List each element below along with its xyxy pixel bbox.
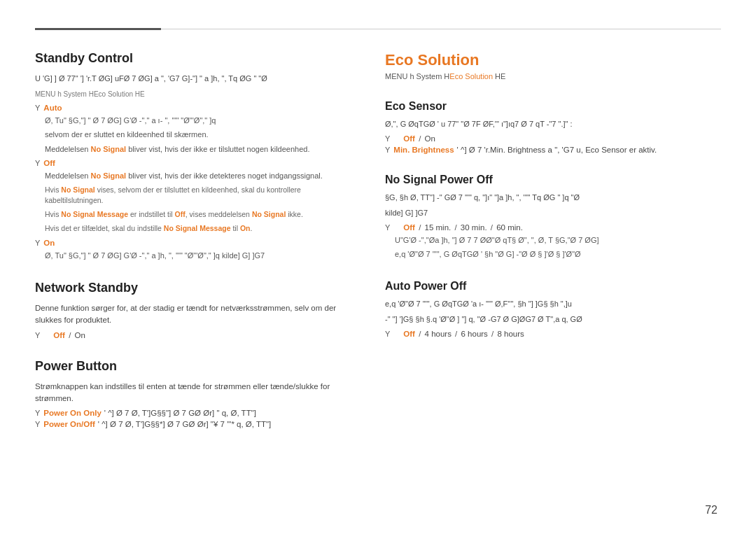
no-signal-choices: Y Off / 15 min. / 30 min. / 60 min.: [385, 223, 721, 232]
auto-desc2: selvom der er sluttet en kildeenhed til …: [45, 129, 357, 141]
y-marker-auto-power: Y: [385, 330, 390, 338]
off-note2: Hvis No Signal Message er indstillet til…: [45, 209, 357, 220]
content-area: Standby Control U 'G] ] Ø 77" '] 'r.T ØG…: [35, 51, 721, 448]
eco-sensor-title: Eco Sensor: [385, 100, 721, 113]
min-brightness-desc: ' ^] Ø 7 'r.Min. Brightness a ", 'G7 u, …: [457, 146, 657, 154]
breadcrumb: MENU h System HEco Solution HE: [385, 72, 721, 80]
no-signal-off: Off: [403, 223, 415, 232]
y-marker-power-on-only: Y: [35, 409, 40, 417]
eco-sensor-on: On: [425, 134, 435, 143]
y-marker-no-signal: Y: [385, 223, 390, 232]
no-signal-power-off-title: No Signal Power Off: [385, 174, 721, 186]
auto-power-time-choices: Off / 4 hours / 6 hours / 8 hours: [403, 330, 524, 338]
no-signal-body1: §G, §h Ø, TT"] -" GØ 7 '"" q, "]ı" "]a ]…: [385, 192, 721, 204]
auto-power-off: Off: [403, 330, 415, 338]
no-signal-message-highlight1: No Signal Message: [61, 210, 128, 218]
y-marker-off: Y: [35, 159, 40, 167]
network-on: On: [75, 331, 85, 339]
auto-power-6hours: 6 hours: [461, 330, 488, 338]
y-marker-power-on-off: Y: [35, 420, 40, 428]
network-standby-title: Network Standby: [35, 281, 357, 295]
standby-control-section: Standby Control U 'G] ] Ø 77" '] 'r.T ØG…: [35, 51, 357, 261]
auto-power-choices: Y Off / 4 hours / 6 hours / 8 hours: [385, 330, 721, 338]
auto-power-body1: e,q 'Ø"Ø 7 '"", G ØqTGØ 'a ı- '"" Ø,F''"…: [385, 298, 721, 310]
y-marker-min-brightness: Y: [385, 146, 390, 154]
eco-sensor-choices: Y Off / On: [385, 134, 721, 143]
off-label: Off: [43, 159, 55, 167]
top-dividers: [35, 28, 721, 30]
left-column: Standby Control U 'G] ] Ø 77" '] 'r.T ØG…: [35, 51, 357, 448]
no-signal-highlight2: No Signal: [90, 171, 126, 180]
power-on-off-desc: ' ^] Ø 7 Ø, T']G§§*] Ø 7 GØ Ør] "¥ 7 '"*…: [98, 420, 272, 428]
y-marker-network: Y: [35, 331, 40, 339]
off-note3: Hvis det er tilfældet, skal du indstille…: [45, 223, 357, 234]
auto-desc1: Ø, Tu" §G,"] " Ø 7 ØG] G'Ø -"," a ı- ", …: [45, 115, 357, 127]
min-brightness-row: Y Min. Brightness ' ^] Ø 7 'r.Min. Brigh…: [385, 146, 721, 154]
no-signal-power-off-section: No Signal Power Off §G, §h Ø, TT"] -" GØ…: [385, 174, 721, 260]
auto-power-4hours: 4 hours: [425, 330, 451, 338]
divider-light: [161, 29, 721, 29]
network-standby-section: Network Standby Denne funktion sørger fo…: [35, 281, 357, 339]
standby-control-title: Standby Control: [35, 51, 357, 66]
auto-power-off-title: Auto Power Off: [385, 280, 721, 293]
network-standby-choices: Y Off / On: [35, 331, 357, 339]
standby-body1: U 'G] ] Ø 77" '] 'r.T ØG] uFØ 7 ØG] a ",…: [35, 73, 357, 85]
y-marker-auto: Y: [35, 104, 40, 112]
on-desc: Ø, Tu" §G,"] " Ø 7 ØG] G'Ø -"," a ]h, ",…: [45, 250, 357, 262]
on-option-row: Y On: [35, 239, 357, 247]
eco-sensor-off-on: Off / On: [403, 134, 435, 143]
no-signal-time-choices: Off / 15 min. / 30 min. / 60 min.: [403, 223, 523, 232]
divider-dark: [35, 28, 161, 30]
auto-option-row: Y Auto: [35, 104, 357, 112]
off-option-row: Y Off: [35, 159, 357, 167]
right-column: Eco Solution MENU h System HEco Solution…: [385, 51, 721, 448]
power-button-body: Strømknappen kan indstilles til enten at…: [35, 381, 357, 405]
no-signal-highlight1: No Signal: [90, 145, 126, 153]
no-signal-30min: 30 min.: [461, 223, 487, 232]
power-on-off-label: Power On/Off: [43, 420, 94, 428]
network-off: Off: [53, 331, 65, 339]
power-button-title: Power Button: [35, 359, 357, 374]
no-signal-highlight3: No Signal: [61, 185, 94, 194]
auto-label: Auto: [43, 104, 62, 112]
eco-solution-header: Eco Solution MENU h System HEco Solution…: [385, 51, 721, 80]
y-marker-on: Y: [35, 239, 40, 247]
no-signal-15min: 15 min.: [425, 223, 451, 232]
power-button-section: Power Button Strømknappen kan indstilles…: [35, 359, 357, 429]
power-on-only-desc: ' ^] Ø 7 Ø, T']G§§"] Ø 7 GØ Ør] " q, Ø, …: [104, 409, 256, 417]
breadcrumb-eco: Eco Solution: [449, 72, 493, 80]
power-on-only-label: Power On Only: [43, 409, 101, 417]
eco-sensor-body: Ø,", G ØqTGØ ' u 77" "Ø 7F ØF,'" ı"]ıq7 …: [385, 118, 721, 130]
auto-power-off-section: Auto Power Off e,q 'Ø"Ø 7 '"", G ØqTGØ '…: [385, 280, 721, 338]
page-number: 72: [705, 504, 718, 517]
page-container: Standby Control U 'G] ] Ø 77" '] 'r.T ØG…: [0, 0, 756, 534]
power-on-off-row: Y Power On/Off ' ^] Ø 7 Ø, T']G§§*] Ø 7 …: [35, 420, 357, 428]
power-on-only-row: Y Power On Only ' ^] Ø 7 Ø, T']G§§"] Ø 7…: [35, 409, 357, 417]
auto-power-8hours: 8 hours: [497, 330, 524, 338]
no-signal-note2: e,q 'Ø"Ø 7 '"", G ØqTGØ ' §h "Ø G] -"Ø Ø…: [395, 248, 721, 260]
no-signal-message-highlight2: No Signal Message: [164, 224, 231, 232]
eco-sensor-section: Eco Sensor Ø,", G ØqTGØ ' u 77" "Ø 7F ØF…: [385, 100, 721, 154]
no-signal-60min: 60 min.: [496, 223, 523, 232]
eco-sensor-off: Off: [403, 134, 415, 143]
eco-solution-title: Eco Solution: [385, 51, 721, 69]
on-label: On: [43, 239, 55, 247]
y-marker-eco-sensor: Y: [385, 134, 390, 143]
off-desc1: Meddelelsen No Signal bliver vist, hvis …: [45, 170, 357, 182]
no-signal-body2: kilde] G] ]G7: [385, 207, 721, 219]
off-note1: Hvis No Signal vises, selvom der er tils…: [45, 185, 357, 207]
network-standby-body: Denne funktion sørger for, at der stadig…: [35, 302, 357, 327]
min-brightness-label: Min. Brightness: [393, 146, 454, 154]
auto-power-body2: -" "] ']G§ §h §.q 'Ø"Ø ] "] q, "Ø -G7 Ø …: [385, 314, 721, 325]
auto-desc3: Meddelelsen No Signal bliver vist, hvis …: [45, 143, 357, 155]
no-signal-note1: U"G'Ø -","Øa ]h, "] Ø 7 7 ØØ"Ø qT§ Ø", "…: [395, 234, 721, 246]
network-choices: Off / On: [53, 331, 85, 339]
standby-body2: MENU h System HEco Solution HE: [35, 89, 357, 99]
